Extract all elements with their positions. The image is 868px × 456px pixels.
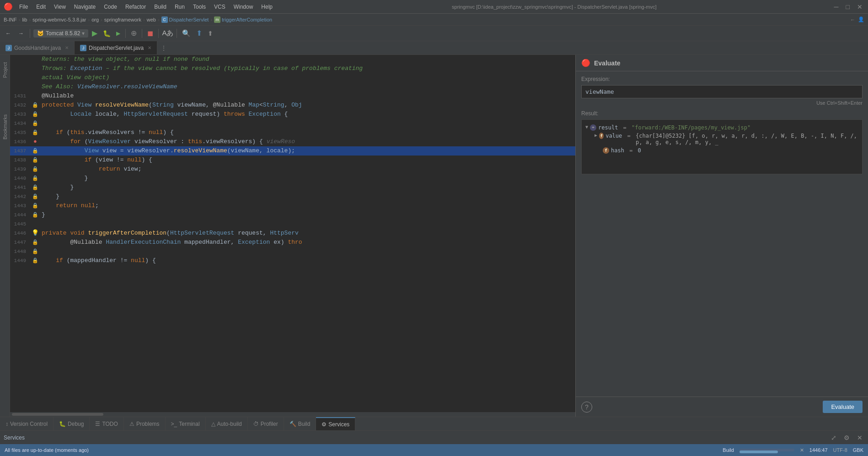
maximize-button[interactable]: □ — [844, 3, 852, 11]
table-row: 1447 🔒 @Nullable HandlerExecutionChain m… — [10, 238, 575, 247]
expand-arrow-value[interactable]: ▶ — [595, 133, 597, 138]
menu-view[interactable]: View — [50, 3, 70, 11]
tabs-overflow-button[interactable]: ⋮ — [157, 45, 170, 51]
tab-label-dispatcherservlet: DispatcherServlet.java — [89, 45, 144, 51]
run-button[interactable]: ▶ — [90, 29, 99, 38]
tab-debug[interactable]: 🐛 Debug — [54, 417, 90, 430]
back-button[interactable]: ← — [850, 17, 855, 22]
table-row: 1449 🔒 if (mappedHandler != null) { — [10, 256, 575, 265]
services-expand-button[interactable]: ⤢ — [829, 434, 838, 441]
menu-help[interactable]: Help — [257, 3, 276, 11]
search-everywhere-button[interactable]: 🔍 — [180, 29, 193, 38]
tab-build-label: Build — [298, 421, 311, 427]
debug-icon: 🐛 — [59, 421, 66, 427]
table-row: Throws: Exception – if the view cannot b… — [10, 64, 575, 73]
breadcrumb-item-method[interactable]: m triggerAfterCompletion — [214, 16, 272, 23]
evaluate-run-button[interactable]: Evaluate — [823, 401, 863, 413]
tab-dispatcherservlet[interactable]: J DispatcherServlet.java ✕ — [75, 41, 157, 54]
cursor-position: 1446:47 — [809, 447, 828, 453]
profiler-icon: ⏱ — [253, 421, 259, 427]
build-cancel-button[interactable]: ✕ — [800, 447, 804, 453]
coverage-button[interactable]: ▶ — [114, 30, 122, 37]
table-row: 1431 @Nullable — [10, 91, 575, 101]
breadcrumb-item[interactable]: lib — [22, 17, 27, 22]
tab-todo-label: TODO — [102, 421, 118, 427]
menu-vcs[interactable]: VCS — [210, 3, 229, 11]
toolbar-back[interactable]: ← — [3, 29, 14, 38]
version-control-icon: ↕ — [5, 421, 8, 427]
tab-build[interactable]: 🔨 Build — [284, 417, 316, 430]
editor-tabs: J GoodsHandler.java ✕ J DispatcherServle… — [0, 41, 868, 55]
scrollbar-thumb[interactable] — [12, 413, 103, 416]
run-config-label: Tomcat 8.5.82 — [46, 30, 80, 37]
menu-build[interactable]: Build — [150, 3, 170, 11]
sidebar-project-label[interactable]: Project — [2, 59, 8, 80]
breadcrumb-item[interactable]: org — [91, 17, 99, 22]
horizontal-scrollbar[interactable] — [10, 412, 575, 417]
expression-input[interactable] — [581, 85, 863, 98]
profile-icon[interactable]: 👤 — [858, 16, 864, 22]
menu-code[interactable]: Code — [100, 3, 121, 11]
tab-profiler[interactable]: ⏱ Profiler — [248, 417, 284, 430]
git-push-button[interactable]: ⬆ — [206, 30, 215, 37]
menu-bar: File Edit View Navigate Code Refactor Bu… — [16, 3, 276, 11]
result-value-row: ▶ f value = {char[34]@5232} [f, o, r, w,… — [585, 132, 858, 146]
run-config-dropdown[interactable]: 🐱 Tomcat 8.5.82 ▾ — [33, 29, 88, 38]
evaluate-panel: 🔴 Evaluate Expression: Use Ctrl+Shift+En… — [575, 55, 868, 417]
table-row: Returns: the view object, or null if non… — [10, 55, 575, 64]
line-separator: GBK — [853, 447, 863, 453]
build-icon: 🔨 — [289, 421, 296, 427]
services-bar: Services ⤢ ⚙ ✕ — [0, 430, 868, 444]
tab-close-goodshandler[interactable]: ✕ — [65, 45, 69, 50]
menu-file[interactable]: File — [16, 3, 32, 11]
tab-terminal[interactable]: >_ Terminal — [166, 417, 206, 430]
breadcrumb-item[interactable]: web — [147, 17, 156, 22]
tab-services[interactable]: ⚙ Services — [316, 417, 355, 430]
menu-tools[interactable]: Tools — [189, 3, 209, 11]
menu-refactor[interactable]: Refactor — [122, 3, 150, 11]
add-configuration-button[interactable]: ⊕ — [129, 29, 139, 38]
tab-auto-build[interactable]: △ Auto-build — [206, 417, 248, 430]
breadcrumb-item[interactable]: spring-webmvc-5.3.8.jar — [32, 17, 86, 22]
toolbar-forward[interactable]: → — [16, 29, 27, 38]
debug-button[interactable]: 🐛 — [101, 30, 113, 37]
menu-window[interactable]: Window — [230, 3, 257, 11]
minimize-button[interactable]: ─ — [832, 3, 841, 11]
update-button[interactable]: ⬆ — [194, 29, 204, 38]
code-editor[interactable]: Returns: the view object, or null if non… — [10, 55, 575, 417]
translate-button[interactable]: Aあ — [162, 29, 173, 38]
expand-arrow-result[interactable]: ▼ — [585, 124, 588, 129]
result-badge-f-value: f — [599, 133, 604, 139]
services-close-button[interactable]: ✕ — [855, 434, 864, 441]
table-row: 1441 🔒 } — [10, 183, 575, 192]
evaluate-body: Expression: Use Ctrl+Shift+Enter Result:… — [576, 71, 868, 397]
sidebar-bookmarks-label[interactable]: Bookmarks — [2, 112, 8, 142]
todo-icon: ☰ — [95, 421, 100, 427]
menu-edit[interactable]: Edit — [32, 3, 49, 11]
tab-problems-label: Problems — [136, 421, 160, 427]
window-controls: ─ □ ✕ — [832, 3, 864, 11]
close-button[interactable]: ✕ — [855, 3, 864, 11]
menu-run[interactable]: Run — [171, 3, 188, 11]
tab-problems[interactable]: ⚠ Problems — [124, 417, 166, 430]
tab-close-dispatcherservlet[interactable]: ✕ — [148, 45, 151, 50]
result-root-row: ▼ ∞ result = "forward:/WEB-INF/pages/my_… — [585, 123, 858, 132]
tab-version-control[interactable]: ↕ Version Control — [0, 417, 54, 430]
table-row: 1439 🔒 return view; — [10, 165, 575, 174]
table-row: 1435 🔒 if (this.viewResolvers != null) { — [10, 128, 575, 137]
toolbar: ← → 🐱 Tomcat 8.5.82 ▾ ▶ 🐛 ▶ ⊕ ◼ Aあ 🔍 ⬆ ⬆ — [0, 26, 868, 41]
breadcrumb-item[interactable]: B-INF — [4, 17, 17, 22]
tab-goodshandler[interactable]: J GoodsHandler.java ✕ — [0, 41, 75, 54]
evaluate-help-button[interactable]: ? — [581, 402, 592, 413]
menu-navigate[interactable]: Navigate — [70, 3, 99, 11]
status-message: All files are up-to-date (moments ago) — [5, 447, 89, 453]
breadcrumb-item-dispatcherservlet[interactable]: C DispatcherServlet — [161, 16, 209, 23]
services-settings-button[interactable]: ⚙ — [842, 434, 852, 441]
stop-button[interactable]: ◼ — [145, 29, 155, 38]
tab-todo[interactable]: ☰ TODO — [90, 417, 123, 430]
table-row: 1442 🔒 } — [10, 192, 575, 201]
result-label: Result: — [581, 110, 863, 117]
table-row: 1448 🔒 — [10, 247, 575, 256]
app-icon: 🔴 — [4, 2, 13, 11]
breadcrumb-item[interactable]: springframework — [104, 17, 141, 22]
